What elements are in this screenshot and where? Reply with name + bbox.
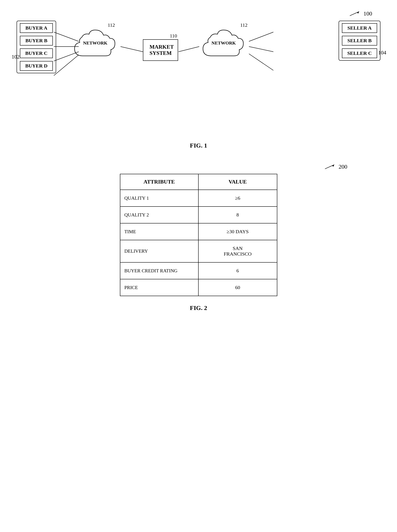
svg-text:NETWORK: NETWORK <box>83 40 107 46</box>
svg-line-8 <box>121 47 143 52</box>
attr-delivery: DELIVERY <box>120 240 198 262</box>
connection-lines <box>0 8 397 153</box>
svg-marker-1 <box>357 12 359 14</box>
val-quality2: 8 <box>198 207 277 223</box>
svg-line-9 <box>179 47 199 52</box>
table-row: BUYER CREDIT RATING 6 <box>120 263 277 279</box>
attr-credit-rating: BUYER CREDIT RATING <box>120 263 198 279</box>
table-row: QUALITY 1 ≥6 <box>120 190 277 207</box>
network-cloud-left: NETWORK <box>70 25 120 67</box>
svg-marker-14 <box>332 165 334 167</box>
attr-price: PRICE <box>120 279 198 296</box>
seller-c-box: SELLER C <box>342 48 377 58</box>
buyer-d-box: BUYER D <box>20 61 53 71</box>
sellers-group: SELLER A SELLER B SELLER C <box>339 21 380 61</box>
svg-text:NETWORK: NETWORK <box>211 40 236 46</box>
attributes-table: ATTRIBUTE VALUE QUALITY 1 ≥6 QUALITY 2 8… <box>120 174 277 296</box>
header-attribute: ATTRIBUTE <box>120 174 198 190</box>
attr-quality2: QUALITY 2 <box>120 207 198 223</box>
buyer-a-box: BUYER A <box>20 23 53 33</box>
svg-line-11 <box>249 47 273 52</box>
fig2-diagram: 200 ATTRIBUTE VALUE QUALITY 1 ≥6 QUALITY… <box>0 166 397 311</box>
table-header: ATTRIBUTE VALUE <box>120 174 277 190</box>
seller-a-box: SELLER A <box>342 23 377 33</box>
ref-104-label: 104 <box>378 50 386 56</box>
ref-100-text: 100 <box>363 10 372 17</box>
ref-200-text: 200 <box>339 163 347 170</box>
buyer-c-box: BUYER C <box>20 48 53 58</box>
fig2-caption: FIG. 2 <box>190 304 207 311</box>
val-time: ≥30 DAYS <box>198 224 277 240</box>
ref-102-label: 102 <box>12 54 20 60</box>
ref-112-left: 112 <box>108 22 115 28</box>
val-quality1: ≥6 <box>198 190 277 206</box>
fig1-caption: FIG. 1 <box>190 142 207 149</box>
ref-112-right: 112 <box>240 22 248 28</box>
market-system-box: MARKET SYSTEM <box>143 39 178 61</box>
ref-110-label: 110 <box>170 33 177 39</box>
svg-line-10 <box>249 32 273 41</box>
buyer-b-box: BUYER B <box>20 36 53 46</box>
network-cloud-right: NETWORK <box>199 25 248 67</box>
buyers-group: BUYER A BUYER B BUYER C BUYER D <box>17 21 56 73</box>
table-row: DELIVERY SANFRANCISCO <box>120 240 277 263</box>
fig1-diagram: 100 BUYER A BUYER B BUYER C BUYER D 102 … <box>0 8 397 153</box>
ref-100-label: 100 <box>350 10 372 17</box>
table-row: TIME ≥30 DAYS <box>120 224 277 240</box>
ref-200-label: 200 <box>325 163 347 170</box>
val-delivery: SANFRANCISCO <box>198 240 277 262</box>
attr-time: TIME <box>120 224 198 240</box>
seller-b-box: SELLER B <box>342 36 377 46</box>
attr-quality1: QUALITY 1 <box>120 190 198 206</box>
header-value: VALUE <box>198 174 277 190</box>
val-credit-rating: 6 <box>198 263 277 279</box>
svg-line-12 <box>249 54 273 70</box>
table-row: QUALITY 2 8 <box>120 207 277 224</box>
val-price: 60 <box>198 279 277 296</box>
table-row: PRICE 60 <box>120 279 277 296</box>
